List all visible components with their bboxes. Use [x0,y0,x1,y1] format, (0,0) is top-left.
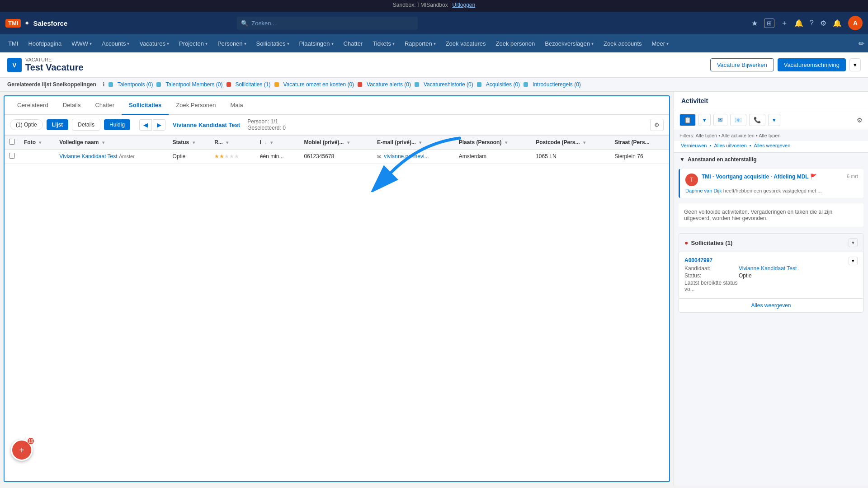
activity-tool-more-button[interactable]: ▾ [768,114,780,126]
th-plaats[interactable]: Plaats (Persoon) ▾ [454,136,531,150]
shortcut-link-talentpools[interactable]: Talentpools (0) [118,81,153,88]
navbar-edit-icon[interactable]: ✏ [859,39,864,48]
activity-filter-text: Filters: Alle tijden • Alle activiteiten… [674,130,868,141]
shortcut-link-alerts[interactable]: Vacature alerts (0) [367,81,411,88]
activity-section-header[interactable]: ▼ Aanstaand en achterstallig [674,152,868,166]
row-r: ★★★★★ [210,150,255,164]
filter-button[interactable]: (1) Optie [10,119,43,130]
bell-icon[interactable]: 🔔 [794,19,803,28]
shortcut-link-introductie[interactable]: Introductieregels (0) [533,81,581,88]
soll-section-header[interactable]: ● Sollicitaties (1) ▾ [679,234,863,252]
th-straat[interactable]: Straat (Pers... [610,136,669,150]
huidig-button[interactable]: Huidig [104,119,130,130]
th-email[interactable]: E-mail (privé)... ▾ [373,136,454,150]
navbar-item-bezoekverslagen[interactable]: Bezoekverslagen ▾ [540,38,598,50]
navbar-item-zoek-accounts[interactable]: Zoek accounts [599,38,646,50]
soll-expand-button[interactable]: ▾ [849,238,858,247]
shortcut-link-talentpool-members[interactable]: Talentpool Members (0) [165,81,222,88]
soll-item-expand[interactable]: ▾ [849,257,858,265]
record-type-label: Vacature [25,57,84,62]
soll-item-id[interactable]: A00047997 [684,257,712,263]
shortcut-link-sollicitaties[interactable]: Sollicitaties (1) [236,81,271,88]
more-options-button[interactable]: ▾ [849,58,861,71]
row-email-link[interactable]: vivianne.pannevi... [384,153,429,160]
navbar-item-accounts[interactable]: Accounts ▾ [97,38,134,50]
row-checkbox-cell[interactable] [5,150,19,164]
activity-tool-email2-button[interactable]: 📧 [730,114,746,126]
tab-maia[interactable]: Maia [223,96,250,115]
navbar-item-www[interactable]: WWW ▾ [67,38,96,50]
logout-link[interactable]: Uitloggen [452,2,475,8]
list-view-button[interactable]: Lijst [47,119,69,130]
setup-menu-icon[interactable]: ⊞ [764,19,774,28]
vacature-omschrijving-button[interactable]: Vacatureomschrijving [778,58,846,71]
navbar-item-zoek-vacatures[interactable]: Zoek vacatures [441,38,491,50]
navbar-item-personen[interactable]: Personen ▾ [213,38,251,50]
navbar-item-meer[interactable]: Meer ▾ [647,38,674,50]
navbar-item-rapporten[interactable]: Rapporten ▾ [400,38,440,50]
notification-icon[interactable]: 🔔 [833,19,842,28]
navbar-item-zoek-personen[interactable]: Zoek personen [491,38,540,50]
nav-next-button[interactable]: ▶ [153,119,165,131]
tab-sollicitaties[interactable]: Sollicitaties [122,96,169,115]
soll-kandidaat-value[interactable]: Vivianne Kandidaat Test [739,265,797,272]
activity-tool-task-button[interactable]: 📋 [679,114,696,126]
navbar-item-plaatsingen[interactable]: Plaatsingen ▾ [295,38,338,50]
soll-view-all-link[interactable]: Alles weergeven [679,298,863,312]
select-all-checkbox[interactable] [9,139,15,145]
activity-tool-email-button[interactable]: ✉ [713,114,727,126]
app-header: TMI ✦ Salesforce 🔍 ★ ⊞ ＋ 🔔 ? ⚙ 🔔 A [0,12,868,34]
bottom-floating-icon[interactable]: + 19 [11,439,33,461]
activity-tool-dropdown-button[interactable]: ▾ [698,114,711,126]
th-foto[interactable]: Foto ▾ [19,136,55,150]
navbar-item-chatter[interactable]: Chatter [339,38,368,50]
activity-item-title[interactable]: TMI - Voortgang acquisitie - Afdeling MD… [702,174,817,180]
activity-tool-extra-button[interactable]: 📞 [749,114,765,126]
row-naam-link[interactable]: Vivianne Kandidaat Test [59,153,117,160]
tab-gerelateerd[interactable]: Gerelateerd [10,96,56,115]
nav-prev-button[interactable]: ◀ [139,119,152,131]
tab-details[interactable]: Details [56,96,88,115]
renew-link[interactable]: Vernieuwen [681,143,707,148]
gear-icon[interactable]: ⚙ [820,19,826,28]
navbar-item-hoofdpagina[interactable]: Hoofdpagina [24,38,66,50]
navbar-item-vacatures[interactable]: Vacatures ▾ [135,38,174,50]
th-select-all[interactable] [5,136,19,150]
th-mobiel[interactable]: Mobiel (privé)... ▾ [299,136,373,150]
activity-item-person[interactable]: Daphne van Dijk [685,188,722,193]
add-icon[interactable]: ＋ [781,19,788,28]
info-icon[interactable]: ℹ [103,81,105,88]
th-postcode[interactable]: Postcode (Pers... ▾ [531,136,610,150]
avatar[interactable]: A [848,16,863,30]
row-checkbox[interactable] [9,153,15,159]
navbar-item-projecten[interactable]: Projecten ▾ [175,38,212,50]
vacature-bijwerken-button[interactable]: Vacature Bijwerken [710,58,774,71]
alles-uitvoeren-link[interactable]: Alles uitvoeren [714,143,746,148]
tab-chatter[interactable]: Chatter [88,96,122,115]
shortcut-link-historie[interactable]: Vacatureshistorie (0) [424,81,473,88]
th-naam[interactable]: Volledige naam ▾ [55,136,168,150]
shortcut-link-omzet[interactable]: Vacature omzet en kosten (0) [283,81,354,88]
soll-field-kandidaat: Kandidaat: Vivianne Kandidaat Test [684,265,858,272]
meer-chevron: ▾ [666,41,669,46]
record-header: V Vacature Test Vacature Vacature Bijwer… [0,52,868,78]
vacatures-chevron: ▾ [167,41,169,46]
tab-zoek-personen[interactable]: Zoek Personen [169,96,223,115]
navbar-app-label[interactable]: TMI [4,38,23,50]
search-input[interactable] [237,17,418,30]
activity-header: Activiteit [674,92,868,110]
details-view-button[interactable]: Details [72,119,100,131]
rapporten-chevron: ▾ [434,41,436,46]
table-settings-button[interactable]: ⚙ [650,119,664,131]
alles-weergeven-link[interactable]: Alles weergeven [754,143,791,148]
th-i[interactable]: I ↓ ▾ [255,136,300,150]
navbar-item-tickets[interactable]: Tickets ▾ [368,38,399,50]
navbar-item-sollicitaties[interactable]: Sollicitaties ▾ [252,38,294,50]
person-count: Persoon: 1/1 Geselecteerd: 0 [247,118,286,131]
th-status[interactable]: Status ▾ [168,136,210,150]
activity-gear-button[interactable]: ⚙ [857,117,863,124]
th-r[interactable]: R... ▾ [210,136,255,150]
question-icon[interactable]: ? [810,19,814,27]
favorites-icon[interactable]: ★ [751,19,758,28]
shortcut-link-acquisities[interactable]: Acquisities (0) [486,81,520,88]
